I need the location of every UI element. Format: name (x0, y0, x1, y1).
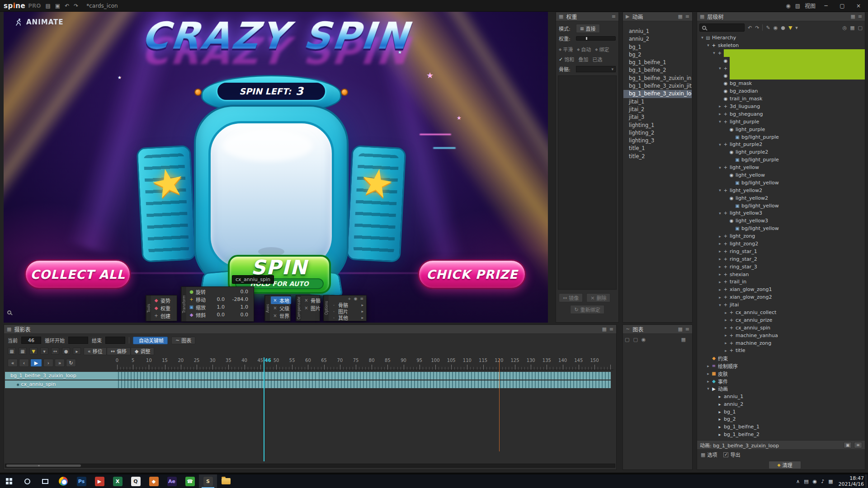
timeline-scrollbar[interactable] (5, 464, 615, 468)
tree-item-light_purple[interactable]: ▾+light_purple (697, 118, 865, 126)
tree-item-bg/light_purple[interactable]: ▣bg/light_purple (697, 156, 865, 164)
animation-item-title_2[interactable]: title_2 (623, 153, 692, 160)
tree-collapse-icon[interactable]: ▸ (706, 364, 711, 368)
tree-item-绘制顺序[interactable]: ▸≡绘制顺序 (697, 362, 865, 370)
tray-panel-icon[interactable]: ▤ (804, 479, 808, 484)
tree-item-ring_star_1[interactable]: ▸+ring_star_1 (697, 248, 865, 255)
weights-toggle-已选[interactable]: 已选 (592, 56, 602, 63)
autokey-toggle[interactable]: 自动关键帧 (133, 337, 168, 344)
footer-link-button[interactable]: ▣ (844, 442, 852, 448)
taskbar-app-after-effects[interactable]: Ae (163, 474, 181, 488)
weights-button-自动[interactable]: ◆自动 (577, 46, 591, 53)
tree-expand-icon[interactable]: ▾ (706, 386, 711, 391)
tree-item-3d_liuguang[interactable]: ▸+3d_liuguang (697, 103, 865, 110)
tools-panel-tab[interactable]: Tools (146, 296, 151, 321)
animation-item-bg_2[interactable]: bg_2 (623, 51, 692, 59)
tray-volume-icon[interactable]: ♪ (821, 479, 824, 484)
animation-item-bg_1_beifne_2[interactable]: bg_1_beifne_2 (623, 66, 692, 74)
animation-item-jitai_3[interactable]: jitai_3 (623, 113, 692, 121)
tree-item-trail_in[interactable]: ▸+trail_in (697, 278, 865, 286)
tree-collapse-icon[interactable]: ▸ (723, 341, 728, 345)
tree-collapse-icon[interactable]: ▸ (717, 257, 722, 261)
options-move-icon[interactable]: + (348, 296, 351, 302)
tree-collapse-icon[interactable]: ▸ (717, 287, 722, 292)
option-extra-icon[interactable]: ▸ (361, 315, 363, 320)
tree-item-动画[interactable]: ▾▶动画 (697, 385, 865, 393)
tree-collapse-icon[interactable]: ▸ (717, 249, 722, 253)
filter-bones-icon[interactable]: ▦ (8, 347, 16, 355)
taskbar-app-spine[interactable]: S (199, 474, 217, 488)
option-骨骼[interactable]: ·骨骼▸ (330, 302, 365, 308)
tree-item-bg/light_purple[interactable]: ▣bg/light_purple (697, 133, 865, 141)
tree-collapse-icon[interactable]: ▸ (717, 272, 722, 277)
tree-collapse-icon[interactable]: ▸ (723, 310, 728, 315)
tree-layout-icon[interactable]: ▦ (850, 25, 854, 31)
taskbar-app-start[interactable] (0, 474, 18, 488)
mode-select[interactable]: ▦直接 (576, 24, 600, 33)
animation-item-lighting_1[interactable]: lighting_1 (623, 122, 692, 129)
tree-item-bg_2[interactable]: ▸bg_2 (697, 416, 865, 423)
next-frame-button[interactable]: › (43, 359, 53, 367)
option-extra-icon[interactable]: ▸ (361, 309, 363, 314)
tree-item-bg_zaodian[interactable]: ◉bg_zaodian (697, 87, 865, 95)
nav-forward-icon[interactable]: ↷ (755, 25, 759, 31)
filter-icon[interactable]: ▼ (788, 25, 792, 31)
tree-item-machine_yanhua[interactable]: ▸+machine_yanhua (697, 332, 865, 339)
pose-icon[interactable]: ◉ (774, 25, 778, 31)
transform-value-x[interactable]: 1.0 (208, 304, 225, 310)
graph-menu-icon[interactable]: ≡ (685, 326, 689, 332)
tree-collapse-icon[interactable]: ▸ (717, 104, 722, 108)
tree-expand-icon[interactable]: ▾ (717, 211, 722, 216)
tree-item-light_yellow3[interactable]: ◉light_yellow3 (697, 217, 865, 225)
tree-item-light_yellow[interactable]: ▾+light_yellow (697, 164, 865, 171)
animation-item-jitai_1[interactable]: jitai_1 (623, 98, 692, 106)
tree-collapse-icon[interactable]: ▸ (723, 348, 728, 353)
tree-item-cx_anniu_collect[interactable]: ▸+cx_anniu_collect (697, 309, 865, 316)
tree-collapse-icon[interactable]: ▸ (717, 280, 722, 284)
timeline-ruler[interactable]: 0510152025303540455055606570758085909510… (117, 357, 613, 370)
delete-button[interactable]: ×删除 (586, 293, 610, 302)
tool-姿势[interactable]: ◆姿势 (152, 296, 176, 304)
tree-collapse-icon[interactable]: ▸ (706, 379, 711, 384)
transform-旋转[interactable]: ●旋转0.0 (187, 288, 253, 296)
tree-item-light_purple2[interactable]: ◉light_purple2 (697, 148, 865, 156)
tree-item-bg/light_yellow[interactable]: ▣bg/light_yellow (697, 225, 865, 232)
mirror-button[interactable]: ↔镜像 (559, 293, 583, 302)
tree-item-ring_star_2[interactable]: ▸+ring_star_2 (697, 255, 865, 263)
current-frame-input[interactable]: 46 (21, 337, 41, 344)
tree-item-light_yellow2[interactable]: ◉light_yellow2 (697, 194, 865, 202)
compensate-骨骼[interactable]: ×骨骼 (302, 296, 322, 304)
options-rotate-icon[interactable]: ◉ (354, 296, 358, 302)
taskbar-clock[interactable]: 18:47 2021/4/16 (839, 475, 864, 487)
physics-icon[interactable]: ◎ (843, 25, 847, 31)
animate-mode-badge[interactable]: ANIMATE (14, 18, 64, 26)
transform-value-y[interactable]: 1.0 (226, 304, 248, 310)
compensate-图片[interactable]: ×图片 (302, 304, 322, 312)
graph-cycle-icon[interactable]: ◉ (642, 337, 646, 343)
transform-倾斜[interactable]: ◆倾斜0.00.0 (187, 311, 253, 319)
animation-item-anniu_2[interactable]: anniu_2 (623, 35, 692, 43)
tree-collapse-icon[interactable]: ▸ (706, 371, 711, 376)
tree-item-anniu_1[interactable]: ▸anniu_1 (697, 393, 865, 400)
tray-chevron-icon[interactable]: ∧ (796, 479, 800, 484)
screenshot-icon[interactable]: ▨ (795, 3, 800, 9)
weights-menu-icon[interactable]: ≡ (612, 14, 616, 19)
playhead[interactable] (264, 357, 264, 461)
settings-icon[interactable]: ◉ (786, 3, 790, 9)
tree-item-bg_1[interactable]: ▸bg_1 (697, 408, 865, 416)
graph-layout-icon[interactable]: ▦ (678, 326, 682, 332)
tree-item-highlighted[interactable]: ◉ (697, 57, 865, 65)
tree-item-machine_zong[interactable]: ▸+machine_zong (697, 339, 865, 347)
animation-item-lighting_3[interactable]: lighting_3 (623, 137, 692, 145)
viewport-zoom-icon[interactable] (7, 308, 11, 316)
options-menu-icon[interactable]: ≡ (360, 296, 363, 302)
taskbar-app-phone-green[interactable]: ☎ (181, 474, 199, 488)
animation-item-bg_1_beifne_3_zuixin_loop[interactable]: bg_1_beifne_3_zuixin_loop (623, 90, 692, 98)
save-icon[interactable]: ▣ (55, 3, 60, 9)
tree-collapse-icon[interactable]: ▸ (723, 325, 728, 330)
hierarchy-layout-icon[interactable]: ▦ (850, 14, 855, 19)
view-menu[interactable]: 视图 (805, 2, 816, 9)
tree-item-light_zong2[interactable]: ▸+light_zong2 (697, 240, 865, 248)
tree-collapse-icon[interactable]: ▸ (723, 333, 728, 338)
maximize-button[interactable]: ▢ (836, 3, 848, 9)
